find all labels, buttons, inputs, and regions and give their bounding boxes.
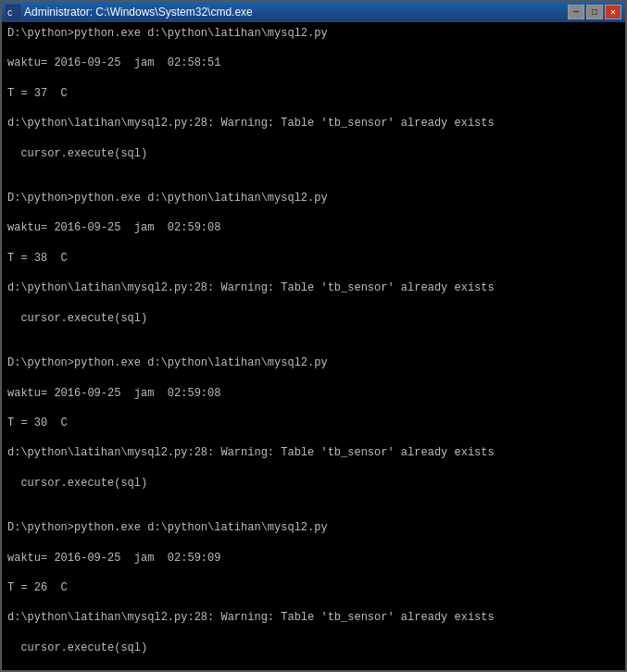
window-title: Administrator: C:\Windows\System32\cmd.e… (24, 6, 253, 19)
console-output[interactable]: D:\python>python.exe d:\python\latihan\m… (2, 22, 625, 670)
close-button[interactable]: ✕ (605, 5, 621, 19)
svg-text:C: C (7, 9, 13, 19)
window-controls: ─ □ ✕ (568, 5, 621, 19)
title-bar: C Administrator: C:\Windows\System32\cmd… (2, 2, 625, 22)
cmd-icon: C (6, 5, 20, 19)
maximize-button[interactable]: □ (586, 5, 603, 19)
title-bar-left: C Administrator: C:\Windows\System32\cmd… (6, 5, 253, 19)
minimize-button[interactable]: ─ (568, 5, 584, 19)
cmd-window: C Administrator: C:\Windows\System32\cmd… (0, 0, 627, 672)
